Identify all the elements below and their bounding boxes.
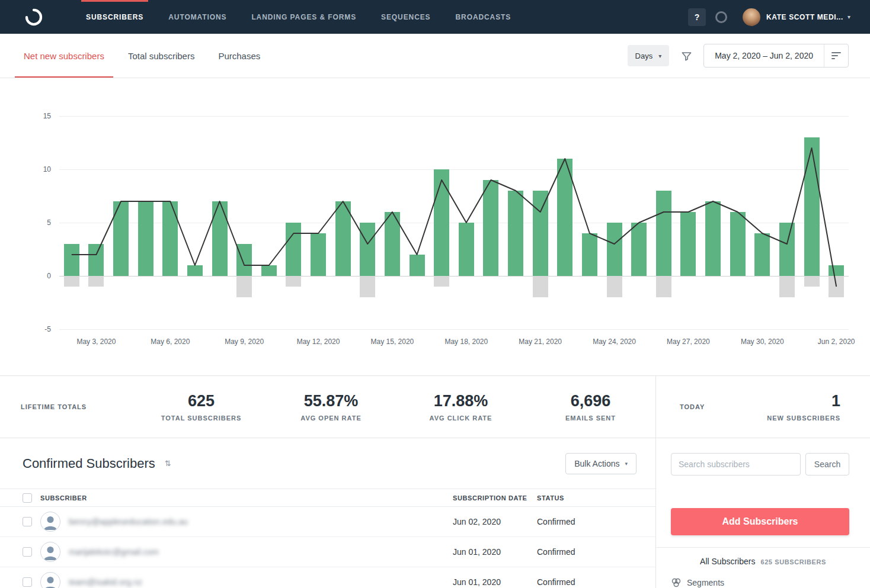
subscriber-email[interactable]: benny@appleseducation.edu.au	[69, 517, 453, 526]
search-input[interactable]	[671, 453, 801, 475]
date-range-input[interactable]: May 2, 2020 – Jun 2, 2020	[704, 51, 824, 60]
granularity-label: Days	[635, 52, 653, 60]
search-row: Search	[671, 453, 849, 475]
x-axis-label: May 24, 2020	[593, 338, 636, 346]
bar-new-subscribers[interactable]	[212, 201, 228, 276]
bar-new-subscribers[interactable]	[88, 244, 104, 276]
bar-new-subscribers[interactable]	[631, 223, 647, 276]
lifetime-stats-bar: LIFETIME TOTALS 625 TOTAL SUBSCRIBERS 55…	[0, 376, 655, 438]
bar-unsubscribes[interactable]	[607, 276, 622, 297]
bar-new-subscribers[interactable]	[533, 191, 548, 276]
y-axis-label: -5	[44, 325, 51, 333]
bar-unsubscribes[interactable]	[656, 276, 671, 297]
bar-unsubscribes[interactable]	[64, 276, 79, 287]
bar-new-subscribers[interactable]	[508, 191, 523, 276]
help-button[interactable]: ?	[688, 8, 706, 26]
nav-item-sequences[interactable]: SEQUENCES	[369, 0, 443, 34]
row-checkbox[interactable]	[23, 547, 32, 557]
bar-new-subscribers[interactable]	[730, 212, 746, 276]
table-row[interactable]: marijalekoic@gmail.comJun 01, 2020Confir…	[0, 537, 655, 567]
stat-label: TOTAL SUBSCRIBERS	[136, 415, 266, 422]
column-header-subscription-date[interactable]: SUBSCRIPTION DATE	[453, 494, 537, 502]
bar-unsubscribes[interactable]	[779, 276, 795, 297]
nav-item-automations[interactable]: AUTOMATIONS	[156, 0, 239, 34]
nav-item-landing-pages[interactable]: LANDING PAGES & FORMS	[239, 0, 369, 34]
bar-new-subscribers[interactable]	[705, 201, 721, 276]
bar-unsubscribes[interactable]	[804, 276, 820, 287]
today-new-subscribers-value: 1	[767, 392, 840, 410]
table-header-row: Confirmed Subscribers ⇅ Bulk Actions ▾	[0, 438, 655, 489]
subscriber-table-body: benny@appleseducation.edu.auJun 02, 2020…	[0, 507, 655, 588]
funnel-icon	[681, 50, 692, 62]
bar-new-subscribers[interactable]	[804, 137, 820, 276]
column-header-subscriber[interactable]: SUBSCRIBER	[40, 494, 453, 502]
subscription-date: Jun 01, 2020	[453, 547, 537, 557]
bar-new-subscribers[interactable]	[483, 180, 498, 276]
bar-new-subscribers[interactable]	[557, 159, 572, 276]
bulk-actions-button[interactable]: Bulk Actions ▾	[565, 453, 636, 474]
row-checkbox[interactable]	[23, 517, 32, 526]
bar-new-subscribers[interactable]	[236, 244, 252, 276]
segments-label: Segments	[687, 578, 724, 587]
bar-new-subscribers[interactable]	[187, 265, 203, 276]
bar-new-subscribers[interactable]	[113, 201, 129, 276]
bar-new-subscribers[interactable]	[779, 223, 795, 276]
bar-new-subscribers[interactable]	[680, 212, 696, 276]
bar-new-subscribers[interactable]	[138, 201, 153, 276]
select-all-checkbox[interactable]	[23, 493, 32, 503]
bar-unsubscribes[interactable]	[829, 276, 844, 297]
x-axis-labels: May 3, 2020May 6, 2020May 9, 2020May 12,…	[59, 338, 849, 349]
subscriber-email[interactable]: team@isakid.org.nz	[69, 577, 453, 587]
search-button[interactable]: Search	[805, 453, 849, 475]
bar-unsubscribes[interactable]	[434, 276, 449, 287]
row-checkbox[interactable]	[23, 577, 32, 587]
stat-label: AVG CLICK RATE	[396, 415, 526, 422]
date-options-button[interactable]	[824, 44, 848, 67]
tab-purchases[interactable]: Purchases	[209, 34, 269, 78]
bar-new-subscribers[interactable]	[335, 201, 351, 276]
nav-item-broadcasts[interactable]: BROADCASTS	[443, 0, 524, 34]
bar-new-subscribers[interactable]	[607, 223, 622, 276]
add-subscribers-button[interactable]: Add Subscribers	[671, 508, 849, 535]
convertkit-logo-icon[interactable]	[24, 7, 44, 27]
table-row[interactable]: benny@appleseducation.edu.auJun 02, 2020…	[0, 507, 655, 537]
bar-new-subscribers[interactable]	[656, 191, 671, 276]
bar-unsubscribes[interactable]	[533, 276, 548, 297]
bar-unsubscribes[interactable]	[88, 276, 104, 287]
sort-toggle-icon[interactable]: ⇅	[165, 459, 171, 468]
bar-new-subscribers[interactable]	[829, 265, 844, 276]
bar-unsubscribes[interactable]	[360, 276, 375, 297]
bar-new-subscribers[interactable]	[459, 223, 474, 276]
nav-item-subscribers[interactable]: SUBSCRIBERS	[73, 0, 156, 34]
subscriber-email[interactable]: marijalekoic@gmail.com	[69, 547, 453, 557]
nav-right-cluster: ? KATE SCOTT MEDI... ▾	[688, 8, 850, 26]
lower-area: LIFETIME TOTALS 625 TOTAL SUBSCRIBERS 55…	[0, 376, 870, 588]
bar-new-subscribers[interactable]	[385, 212, 400, 276]
segments-item[interactable]: Segments	[671, 577, 855, 588]
tab-net-new-subscribers[interactable]: Net new subscribers	[15, 34, 113, 78]
notifications-ring-icon[interactable]	[715, 11, 727, 23]
granularity-dropdown[interactable]: Days ▾	[628, 45, 670, 66]
all-subscribers-item[interactable]: All Subscribers625 SUBSCRIBERS	[656, 547, 870, 567]
bar-unsubscribes[interactable]	[286, 276, 301, 287]
filter-button[interactable]	[681, 50, 692, 62]
today-new-subscribers-label: NEW SUBSCRIBERS	[767, 415, 840, 422]
tab-total-subscribers[interactable]: Total subscribers	[119, 34, 204, 78]
bar-new-subscribers[interactable]	[582, 233, 597, 276]
account-caret-down-icon[interactable]: ▾	[847, 14, 850, 20]
bar-new-subscribers[interactable]	[64, 244, 79, 276]
bar-unsubscribes[interactable]	[236, 276, 252, 297]
column-header-status[interactable]: STATUS	[537, 494, 636, 502]
bar-new-subscribers[interactable]	[261, 265, 277, 276]
table-row[interactable]: team@isakid.org.nzJun 01, 2020Confirmed	[0, 567, 655, 588]
bar-new-subscribers[interactable]	[286, 223, 301, 276]
account-name[interactable]: KATE SCOTT MEDI...	[766, 13, 843, 21]
user-avatar[interactable]	[743, 8, 760, 26]
bar-new-subscribers[interactable]	[410, 255, 425, 276]
bar-new-subscribers[interactable]	[754, 233, 770, 276]
bar-new-subscribers[interactable]	[311, 233, 326, 276]
all-subscribers-count: 625 SUBSCRIBERS	[760, 558, 826, 565]
bar-new-subscribers[interactable]	[162, 201, 178, 276]
bar-new-subscribers[interactable]	[434, 169, 449, 276]
bar-new-subscribers[interactable]	[360, 223, 375, 276]
